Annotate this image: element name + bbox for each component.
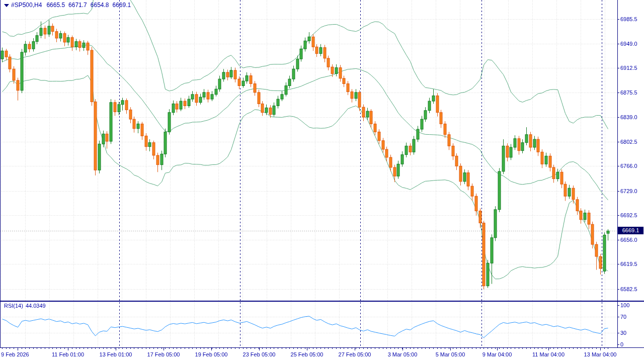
chart-canvas[interactable] xyxy=(0,0,644,362)
mt4-chart-window: #SP500,H4 6665.5 6671.7 6654.8 6669.1 69… xyxy=(0,0,644,362)
